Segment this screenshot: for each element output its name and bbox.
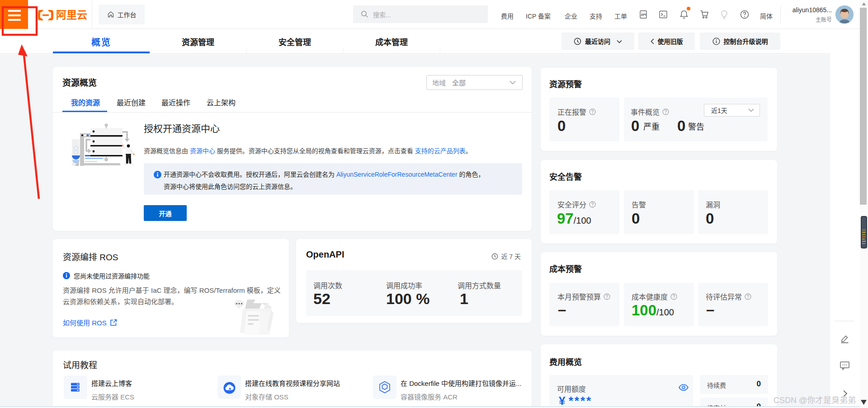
svg-text:API: API	[641, 13, 646, 17]
